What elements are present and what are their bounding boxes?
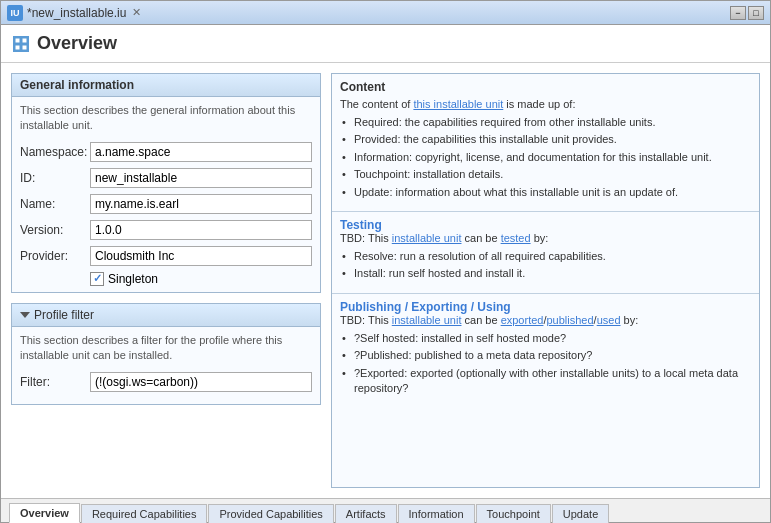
svg-rect-3: [22, 45, 27, 50]
tab-artifacts[interactable]: Artifacts: [335, 504, 397, 523]
testing-section-header: Testing: [340, 218, 751, 232]
title-bar-left: IU *new_installable.iu ✕: [7, 5, 143, 21]
publishing-tbd-pre: TBD: This: [340, 314, 392, 326]
provider-row: Provider:: [20, 246, 312, 266]
profile-filter-section: Profile filter This section describes a …: [11, 303, 321, 405]
filter-label: Filter:: [20, 375, 90, 389]
singleton-checkbox[interactable]: ✓: [90, 272, 104, 286]
provider-input[interactable]: [90, 246, 312, 266]
title-bar: IU *new_installable.iu ✕ − □: [1, 1, 770, 25]
content-bullet-4: Touchpoint: installation details.: [340, 166, 751, 183]
svg-rect-1: [22, 38, 27, 43]
content-bullet-1: Required: the capabilities required from…: [340, 114, 751, 131]
tab-provided-capabilities[interactable]: Provided Capabilities: [208, 504, 333, 523]
tab-touchpoint[interactable]: Touchpoint: [476, 504, 551, 523]
testing-tbd-pre: TBD: This: [340, 232, 392, 244]
svg-rect-2: [15, 45, 20, 50]
testing-tbd-post: by:: [531, 232, 549, 244]
window-controls: − □: [730, 6, 764, 20]
profile-filter-title: Profile filter: [34, 308, 94, 322]
name-input[interactable]: [90, 194, 312, 214]
publishing-link1[interactable]: installable unit: [392, 314, 462, 326]
tab-update[interactable]: Update: [552, 504, 609, 523]
general-info-body: This section describes the general infor…: [12, 97, 320, 292]
publishing-link3[interactable]: published: [547, 314, 594, 326]
content-desc-pre: The content of: [340, 98, 413, 110]
testing-link2[interactable]: tested: [501, 232, 531, 244]
provider-label: Provider:: [20, 249, 90, 263]
content-bullet-2: Provided: the capabilities this installa…: [340, 131, 751, 148]
id-input[interactable]: [90, 168, 312, 188]
version-label: Version:: [20, 223, 90, 237]
page-title: Overview: [37, 33, 117, 54]
testing-bullets: Resolve: run a resolution of all require…: [340, 248, 751, 283]
publishing-bullet-3: ?Exported: exported (optionally with oth…: [340, 365, 751, 398]
publishing-section: Publishing / Exporting / Using TBD: This…: [332, 294, 759, 408]
general-info-header: General information: [12, 74, 320, 97]
tab-required-capabilities[interactable]: Required Capabilities: [81, 504, 208, 523]
content-bullet-3: Information: copyright, license, and doc…: [340, 149, 751, 166]
singleton-label: Singleton: [108, 272, 158, 286]
filter-row: Filter:: [20, 372, 312, 392]
publishing-section-desc: TBD: This installable unit can be export…: [340, 314, 751, 326]
tab-overview[interactable]: Overview: [9, 503, 80, 523]
minimize-button[interactable]: −: [730, 6, 746, 20]
filter-input[interactable]: [90, 372, 312, 392]
main-window: IU *new_installable.iu ✕ − □ Overview Ge…: [0, 0, 771, 523]
file-icon: IU: [7, 5, 23, 21]
tab-information[interactable]: Information: [398, 504, 475, 523]
id-row: ID:: [20, 168, 312, 188]
profile-filter-desc: This section describes a filter for the …: [20, 333, 312, 364]
version-row: Version:: [20, 220, 312, 240]
testing-bullet-2: Install: run self hosted and install it.: [340, 265, 751, 282]
publishing-section-header: Publishing / Exporting / Using: [340, 300, 751, 314]
singleton-row: ✓ Singleton: [90, 272, 312, 286]
right-panel-inner: Content The content of this installable …: [331, 73, 760, 488]
name-label: Name:: [20, 197, 90, 211]
content-section-header: Content: [340, 80, 751, 94]
name-row: Name:: [20, 194, 312, 214]
testing-section-desc: TBD: This installable unit can be tested…: [340, 232, 751, 244]
publishing-tbd-post: by:: [621, 314, 639, 326]
namespace-row: Namespace:: [20, 142, 312, 162]
general-info-section: General information This section describ…: [11, 73, 321, 293]
namespace-label: Namespace:: [20, 145, 90, 159]
testing-tbd-mid: can be: [461, 232, 500, 244]
left-panel: General information This section describ…: [11, 73, 321, 488]
content-bullet-5: Update: information about what this inst…: [340, 184, 751, 201]
content-section: Content The content of this installable …: [332, 74, 759, 212]
svg-rect-0: [15, 38, 20, 43]
content-bullets: Required: the capabilities required from…: [340, 114, 751, 201]
collapse-icon[interactable]: [20, 312, 30, 318]
content-desc-post: is made up of:: [503, 98, 575, 110]
profile-filter-body: This section describes a filter for the …: [12, 327, 320, 404]
publishing-bullets: ?Self hosted: installed in self hosted m…: [340, 330, 751, 398]
id-label: ID:: [20, 171, 90, 185]
content-desc-link[interactable]: this installable unit: [413, 98, 503, 110]
publishing-bullet-1: ?Self hosted: installed in self hosted m…: [340, 330, 751, 347]
publishing-link4[interactable]: used: [597, 314, 621, 326]
window-title: *new_installable.iu: [27, 6, 126, 20]
checkbox-check-icon: ✓: [93, 272, 102, 285]
publishing-tbd-mid: can be: [461, 314, 500, 326]
tab-close-button[interactable]: ✕: [130, 6, 143, 19]
right-panel: Content The content of this installable …: [331, 73, 760, 488]
version-input[interactable]: [90, 220, 312, 240]
namespace-input[interactable]: [90, 142, 312, 162]
publishing-bullet-2: ?Published: published to a meta data rep…: [340, 347, 751, 364]
publishing-link2[interactable]: exported: [501, 314, 544, 326]
page-header: Overview: [1, 25, 770, 63]
overview-icon: [13, 36, 29, 52]
testing-section: Testing TBD: This installable unit can b…: [332, 212, 759, 294]
content-section-desc: The content of this installable unit is …: [340, 98, 751, 110]
general-info-desc: This section describes the general infor…: [20, 103, 312, 134]
testing-link1[interactable]: installable unit: [392, 232, 462, 244]
testing-bullet-1: Resolve: run a resolution of all require…: [340, 248, 751, 265]
profile-filter-header: Profile filter: [12, 304, 320, 327]
content-area: General information This section describ…: [1, 63, 770, 498]
tabs-bar: Overview Required Capabilities Provided …: [1, 498, 770, 522]
maximize-button[interactable]: □: [748, 6, 764, 20]
